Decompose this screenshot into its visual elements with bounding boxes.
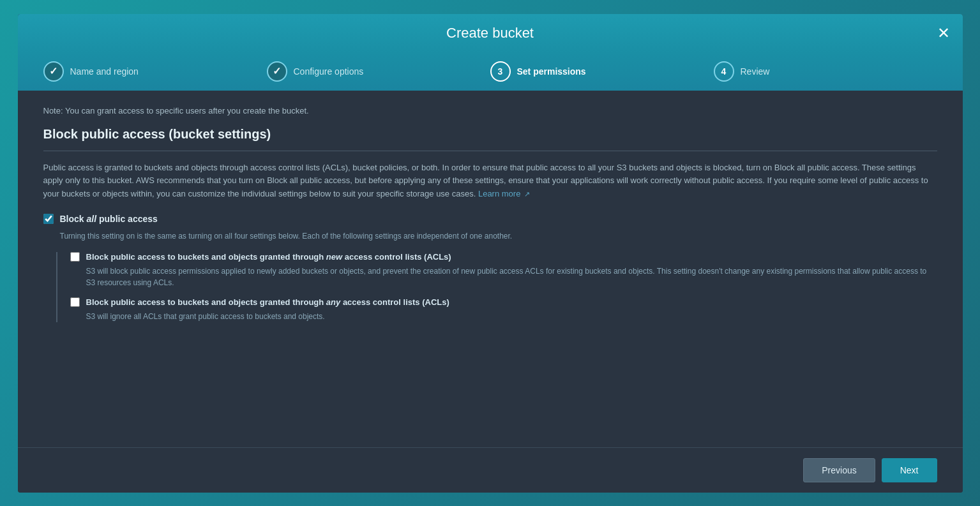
- modal-content: Note: You can grant access to specific u…: [18, 91, 963, 447]
- sub-option-2-row: Block public access to buckets and objec…: [70, 297, 937, 307]
- step-2: ✓ Configure options: [267, 61, 490, 82]
- step-2-label: Configure options: [294, 66, 364, 77]
- sub-option-1: Block public access to buckets and objec…: [70, 252, 937, 288]
- step-1: ✓ Name and region: [43, 61, 267, 82]
- sub-option-2-label[interactable]: Block public access to buckets and objec…: [86, 297, 449, 307]
- next-button[interactable]: Next: [882, 458, 937, 482]
- step-3-label: Set permissions: [517, 66, 586, 77]
- modal-footer: Previous Next: [18, 447, 963, 493]
- description-text: Public access is granted to buckets and …: [43, 161, 937, 201]
- steps-bar: ✓ Name and region ✓ Configure options 3 …: [18, 52, 963, 91]
- step-3-circle: 3: [490, 61, 511, 82]
- step-1-circle: ✓: [43, 61, 64, 82]
- close-button[interactable]: ✕: [937, 26, 950, 41]
- step-1-label: Name and region: [70, 66, 139, 77]
- note-text: Note: You can grant access to specific u…: [43, 106, 937, 115]
- sub-options-container: Block public access to buckets and objec…: [56, 252, 937, 322]
- sub-option-1-desc: S3 will block public access permissions …: [86, 265, 937, 288]
- external-link-icon: ↗: [524, 190, 530, 198]
- sub-option-2: Block public access to buckets and objec…: [70, 297, 937, 322]
- sub-option-1-row: Block public access to buckets and objec…: [70, 252, 937, 262]
- step-4-label: Review: [741, 66, 770, 77]
- sub-option-2-checkbox[interactable]: [70, 297, 80, 307]
- step-3-number: 3: [498, 66, 503, 77]
- step-1-checkmark: ✓: [49, 65, 57, 77]
- learn-more-link[interactable]: Learn more ↗: [478, 189, 530, 198]
- section-title: Block public access (bucket settings): [43, 127, 937, 142]
- section-divider: [43, 151, 937, 151]
- modal-title: Create bucket: [446, 25, 534, 41]
- sub-option-1-checkbox[interactable]: [70, 252, 80, 262]
- sub-option-1-label[interactable]: Block public access to buckets and objec…: [86, 252, 451, 262]
- modal-overlay: Create bucket ✕ ✓ Name and region ✓ Conf…: [0, 0, 980, 506]
- block-all-label[interactable]: Block all public access: [60, 214, 158, 224]
- previous-button[interactable]: Previous: [803, 458, 875, 482]
- modal-header: Create bucket ✕: [18, 14, 963, 52]
- step-4-circle: 4: [714, 61, 734, 82]
- sub-option-2-desc: S3 will ignore all ACLs that grant publi…: [86, 311, 937, 322]
- step-4-number: 4: [721, 66, 727, 77]
- step-4: 4 Review: [714, 61, 937, 82]
- block-all-checkbox-row: Block all public access: [43, 214, 937, 224]
- step-2-circle: ✓: [267, 61, 287, 82]
- step-2-checkmark: ✓: [273, 65, 281, 77]
- step-3: 3 Set permissions: [490, 61, 714, 82]
- create-bucket-modal: Create bucket ✕ ✓ Name and region ✓ Conf…: [18, 14, 963, 493]
- block-all-checkbox[interactable]: [43, 214, 54, 224]
- block-all-description: Turning this setting on is the same as t…: [60, 230, 937, 242]
